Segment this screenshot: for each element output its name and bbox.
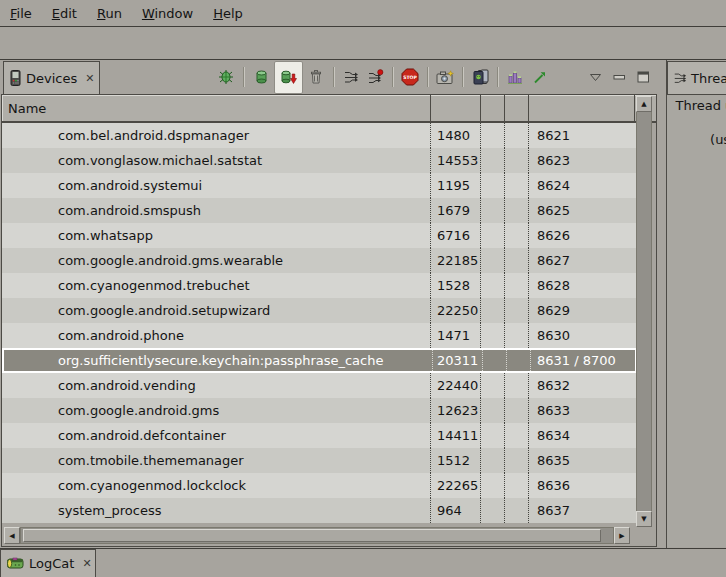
horizontal-scrollbar[interactable]: ◀ ▶ [4, 527, 630, 544]
process-port: 8637 [528, 498, 637, 523]
menu-bar: File Edit Run Window Help [0, 0, 726, 27]
menu-file[interactable]: File [0, 6, 42, 21]
empty-cell [504, 198, 528, 223]
column-header-empty-1[interactable] [480, 95, 504, 121]
process-port: 8636 [528, 473, 637, 498]
horizontal-scroll-track[interactable] [20, 527, 614, 544]
process-name: com.whatsapp [2, 223, 430, 248]
process-pid: 1679 [430, 198, 480, 223]
minimize-icon[interactable] [608, 64, 630, 90]
process-port: 8625 [528, 198, 637, 223]
scroll-left-button[interactable]: ◀ [4, 527, 20, 544]
view-menu-icon[interactable] [584, 64, 606, 90]
empty-cell [482, 350, 506, 371]
logcat-icon [6, 557, 24, 570]
column-header-port[interactable] [528, 95, 635, 121]
table-row[interactable]: com.android.vending 22440 8632 [2, 373, 637, 398]
process-pid: 1195 [430, 173, 480, 198]
process-pid: 14411 [430, 423, 480, 448]
table-row[interactable]: com.google.android.gms.wearable 22185 86… [2, 248, 637, 273]
stop-process-icon[interactable]: STOP [399, 64, 421, 90]
close-icon[interactable]: ✕ [82, 558, 91, 569]
vertical-scrollbar[interactable]: ▲ ▼ [636, 96, 652, 527]
table-row[interactable]: com.cyanogenmod.lockclock 22265 8636 [2, 473, 637, 498]
empty-cell [504, 398, 528, 423]
table-row[interactable]: com.android.phone 1471 8630 [2, 323, 637, 348]
screenshot-camera-icon[interactable] [434, 64, 456, 90]
debug-attach-icon[interactable] [215, 64, 237, 90]
heap-icon[interactable] [250, 64, 272, 90]
menu-window[interactable]: Window [132, 6, 203, 21]
device-rows: com.bel.android.dspmanager 1480 8621 com… [2, 123, 637, 523]
tab-logcat[interactable]: LogCat ✕ [0, 549, 96, 577]
table-row[interactable]: com.vonglasow.michael.satstat 14553 8623 [2, 148, 637, 173]
empty-cell [480, 423, 504, 448]
column-header-empty-2[interactable] [504, 95, 528, 121]
empty-cell [480, 248, 504, 273]
table-row[interactable]: com.google.android.setupwizard 22250 862… [2, 298, 637, 323]
maximize-icon[interactable] [632, 64, 654, 90]
table-row[interactable]: com.android.defcontainer 14411 8634 [2, 423, 637, 448]
empty-cell [504, 498, 528, 523]
table-row[interactable]: com.tmobile.thememanager 1512 8635 [2, 448, 637, 473]
process-pid: 6716 [430, 223, 480, 248]
devices-tab-label: Devices [26, 71, 77, 86]
process-port: 8629 [528, 298, 637, 323]
table-row[interactable]: com.whatsapp 6716 8626 [2, 223, 637, 248]
close-icon[interactable]: ✕ [85, 73, 94, 84]
process-pid: 1471 [430, 323, 480, 348]
vertical-scroll-track[interactable] [636, 112, 652, 511]
horizontal-scroll-thumb[interactable] [23, 529, 601, 542]
threads-icon[interactable] [340, 64, 362, 90]
bottom-view-strip [0, 548, 726, 577]
toolbar-separator [333, 67, 334, 87]
process-pid: 22265 [430, 473, 480, 498]
column-header-name[interactable]: Name [2, 95, 430, 121]
empty-cell [504, 148, 528, 173]
empty-cell [504, 123, 528, 148]
menu-run[interactable]: Run [87, 6, 132, 21]
empty-cell [504, 298, 528, 323]
tab-devices[interactable]: Devices ✕ [3, 61, 100, 94]
process-name: com.google.android.setupwizard [2, 298, 430, 323]
table-row[interactable]: com.cyanogenmod.trebuchet 1528 8628 [2, 273, 637, 298]
empty-cell [480, 398, 504, 423]
process-name: com.google.android.gms [2, 398, 430, 423]
menu-edit[interactable]: Edit [42, 6, 87, 21]
method-profiling-icon[interactable] [528, 64, 550, 90]
heap-update-icon[interactable] [274, 61, 303, 94]
scroll-right-button[interactable]: ▶ [614, 527, 630, 544]
empty-cell [480, 323, 504, 348]
stop-label: STOP [403, 75, 417, 80]
process-pid: 14553 [430, 148, 480, 173]
process-port: 8634 [528, 423, 637, 448]
process-name: system_process [2, 498, 430, 523]
table-row[interactable]: com.android.smspush 1679 8625 [2, 198, 637, 223]
column-header-pid[interactable] [430, 95, 480, 121]
scroll-up-button[interactable]: ▲ [636, 96, 652, 112]
empty-cell [480, 198, 504, 223]
threads-message-line2: (use toolbar button to enable) [667, 131, 726, 148]
empty-cell [504, 473, 528, 498]
empty-cell [504, 248, 528, 273]
screen-record-icon[interactable] [469, 64, 491, 90]
scroll-down-button[interactable]: ▼ [636, 511, 652, 527]
process-port: 8631 / 8700 [530, 350, 635, 371]
table-row[interactable]: com.google.android.gms 12623 8633 [2, 398, 637, 423]
table-row[interactable]: org.sufficientlysecure.keychain:passphra… [2, 348, 637, 373]
process-name: com.android.smspush [2, 198, 430, 223]
process-port: 8627 [528, 248, 637, 273]
threads-update-icon[interactable] [364, 64, 386, 90]
devices-toolbar: STOP [214, 60, 655, 94]
table-row[interactable]: system_process 964 8637 [2, 498, 637, 523]
process-name: com.vonglasow.michael.satstat [2, 148, 430, 173]
process-pid: 964 [430, 498, 480, 523]
tab-threads[interactable]: Threads [667, 61, 726, 94]
table-row[interactable]: com.android.systemui 1195 8624 [2, 173, 637, 198]
menu-help[interactable]: Help [203, 6, 253, 21]
table-row[interactable]: com.bel.android.dspmanager 1480 8621 [2, 123, 637, 148]
process-name: org.sufficientlysecure.keychain:passphra… [4, 350, 432, 371]
gc-trash-icon[interactable] [305, 64, 327, 90]
sysinfo-icon[interactable] [504, 64, 526, 90]
table-header: Name [2, 95, 656, 123]
